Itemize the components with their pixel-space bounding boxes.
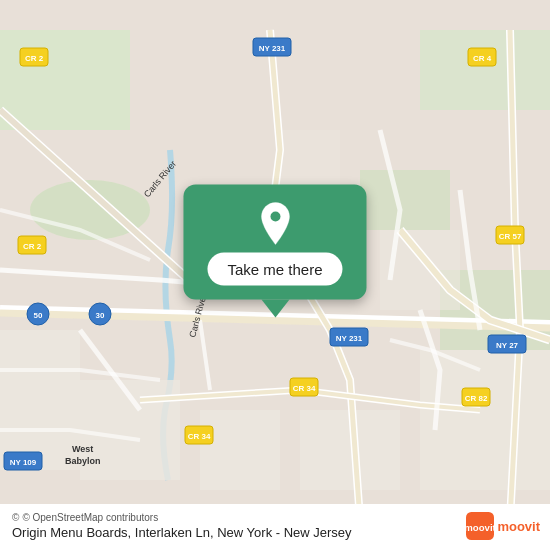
- svg-rect-12: [280, 130, 340, 190]
- svg-text:CR 4: CR 4: [473, 54, 492, 63]
- svg-text:CR 82: CR 82: [465, 394, 488, 403]
- svg-rect-2: [420, 30, 550, 110]
- map-container: CR 2 NY 231 CR 4 CR 57 CR 2 50 30 NY 231…: [0, 0, 550, 550]
- attribution: © © OpenStreetMap contributors: [12, 512, 538, 523]
- svg-text:NY 231: NY 231: [259, 44, 286, 53]
- green-card: Take me there: [183, 185, 366, 300]
- svg-text:Babylon: Babylon: [65, 456, 101, 466]
- svg-rect-8: [200, 410, 280, 490]
- popup-triangle: [261, 300, 289, 318]
- svg-text:NY 231: NY 231: [336, 334, 363, 343]
- moovit-text: moovit: [497, 519, 540, 534]
- svg-text:CR 2: CR 2: [23, 242, 42, 251]
- svg-rect-4: [360, 170, 450, 230]
- attribution-text: © OpenStreetMap contributors: [22, 512, 158, 523]
- svg-text:CR 2: CR 2: [25, 54, 44, 63]
- svg-rect-1: [0, 30, 130, 130]
- copyright-symbol: ©: [12, 512, 19, 523]
- location-text: Origin Menu Boards, Interlaken Ln, New Y…: [12, 525, 538, 540]
- svg-text:West: West: [72, 444, 93, 454]
- svg-text:NY 109: NY 109: [10, 458, 37, 467]
- svg-text:CR 57: CR 57: [499, 232, 522, 241]
- moovit-logo: moovit moovit: [466, 512, 540, 540]
- svg-text:CR 34: CR 34: [293, 384, 316, 393]
- take-me-there-button[interactable]: Take me there: [207, 253, 342, 286]
- svg-text:30: 30: [96, 311, 105, 320]
- svg-text:CR 34: CR 34: [188, 432, 211, 441]
- svg-point-43: [270, 212, 280, 222]
- svg-text:50: 50: [34, 311, 43, 320]
- moovit-icon: moovit: [466, 512, 494, 540]
- location-pin-icon: [255, 201, 295, 247]
- popup-card: Take me there: [183, 185, 366, 318]
- svg-text:NY 27: NY 27: [496, 341, 519, 350]
- svg-rect-6: [0, 330, 80, 470]
- svg-text:moovit: moovit: [466, 522, 494, 533]
